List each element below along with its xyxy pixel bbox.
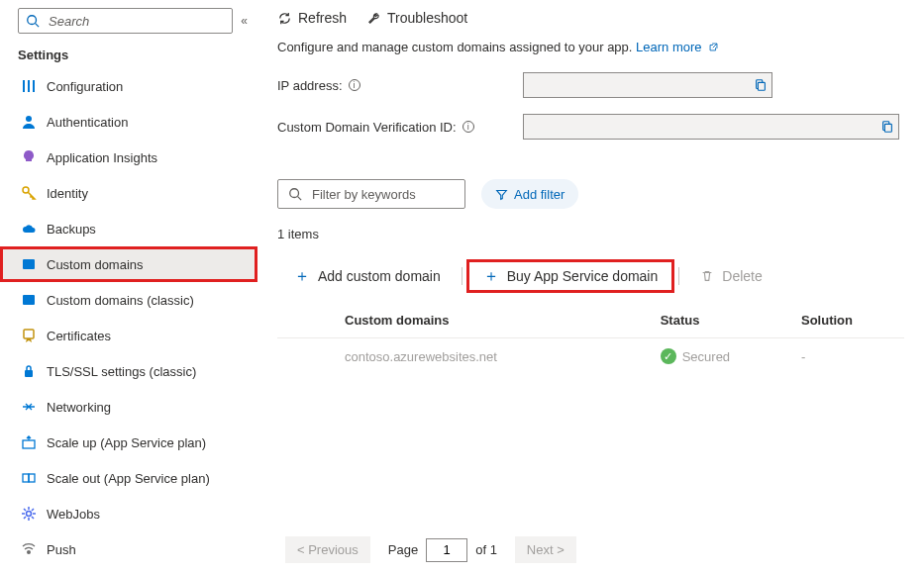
sidebar-item-configuration[interactable]: Configuration bbox=[0, 68, 257, 104]
learn-more-label: Learn more bbox=[636, 40, 701, 54]
sidebar-item-label: Backups bbox=[47, 222, 96, 237]
sidebar-item-label: Push bbox=[47, 542, 76, 557]
domain-icon bbox=[21, 292, 37, 308]
col-solution[interactable]: Solution bbox=[793, 303, 904, 338]
sliders-icon bbox=[21, 78, 37, 94]
sidebar-item-label: WebJobs bbox=[47, 507, 100, 522]
sidebar-search[interactable] bbox=[18, 8, 233, 34]
add-custom-domain-label: Add custom domain bbox=[318, 268, 441, 284]
cert-icon bbox=[21, 328, 37, 343]
ip-address-field bbox=[523, 72, 772, 98]
col-domain[interactable]: Custom domains bbox=[277, 303, 653, 338]
ip-address-label: IP address: i bbox=[277, 78, 523, 93]
funnel-icon bbox=[495, 188, 508, 201]
sidebar-item-label: Networking bbox=[47, 400, 111, 415]
search-icon bbox=[288, 187, 302, 201]
sidebar-item-label: Scale up (App Service plan) bbox=[47, 435, 206, 450]
sidebar-item-label: Custom domains bbox=[47, 257, 144, 272]
page-of-label: of 1 bbox=[475, 542, 497, 557]
sidebar-item-tls-ssl-settings-classic[interactable]: TLS/SSL settings (classic) bbox=[0, 353, 257, 389]
lock-icon bbox=[21, 363, 37, 379]
domain-toolbar: ＋ Add custom domain ＋ Buy App Service do… bbox=[277, 259, 904, 293]
search-icon bbox=[25, 13, 41, 29]
sidebar-item-application-insights[interactable]: Application Insights bbox=[0, 140, 257, 175]
info-icon[interactable]: i bbox=[462, 121, 474, 133]
trash-icon bbox=[700, 269, 714, 283]
learn-more-link[interactable]: Learn more bbox=[636, 40, 719, 54]
main-pane: Refresh Troubleshoot Configure and manag… bbox=[257, 0, 924, 573]
toolbar-separator bbox=[462, 267, 462, 285]
net-icon bbox=[21, 399, 37, 415]
keyword-filter[interactable] bbox=[277, 179, 465, 209]
page-input[interactable] bbox=[426, 538, 467, 562]
plus-icon: ＋ bbox=[294, 268, 310, 284]
command-bar: Refresh Troubleshoot bbox=[277, 10, 904, 26]
sidebar-item-backups[interactable]: Backups bbox=[0, 211, 257, 246]
sidebar-item-custom-domains-classic[interactable]: Custom domains (classic) bbox=[0, 282, 257, 318]
wrench-icon bbox=[366, 11, 381, 26]
key-icon bbox=[21, 185, 37, 201]
scaleup-icon bbox=[21, 434, 37, 450]
user-icon bbox=[21, 114, 37, 130]
copy-icon[interactable] bbox=[754, 78, 768, 92]
keyword-filter-input[interactable] bbox=[310, 186, 480, 203]
sidebar-item-custom-domains[interactable]: Custom domains bbox=[0, 246, 257, 282]
pager: < Previous Page of 1 Next > bbox=[277, 521, 904, 573]
sidebar-item-label: Authentication bbox=[47, 115, 128, 130]
sidebar-item-label: Custom domains (classic) bbox=[47, 293, 194, 308]
domain-icon bbox=[21, 256, 37, 272]
sidebar-item-label: Scale out (App Service plan) bbox=[47, 471, 210, 486]
push-icon bbox=[21, 541, 37, 557]
refresh-label: Refresh bbox=[298, 10, 347, 26]
verification-id-label: Custom Domain Verification ID: i bbox=[277, 120, 523, 135]
delete-button: Delete bbox=[683, 259, 778, 293]
sidebar-item-webjobs[interactable]: WebJobs bbox=[0, 496, 257, 531]
verification-id-field bbox=[523, 114, 899, 140]
sidebar-collapse-icon[interactable]: « bbox=[241, 14, 248, 28]
info-icon[interactable]: i bbox=[349, 79, 360, 91]
refresh-button[interactable]: Refresh bbox=[277, 10, 347, 26]
sidebar-item-label: Application Insights bbox=[47, 150, 157, 165]
search-input[interactable] bbox=[47, 13, 226, 30]
cell-solution: - bbox=[793, 338, 904, 375]
add-filter-label: Add filter bbox=[514, 187, 565, 202]
page-label: Page bbox=[388, 542, 418, 557]
item-count: 1 items bbox=[277, 227, 904, 241]
troubleshoot-button[interactable]: Troubleshoot bbox=[366, 10, 467, 26]
gear-icon bbox=[21, 506, 37, 522]
bulb-icon bbox=[21, 149, 37, 165]
col-status[interactable]: Status bbox=[653, 303, 793, 338]
next-page-button[interactable]: Next > bbox=[515, 536, 576, 563]
sidebar-item-push[interactable]: Push bbox=[0, 531, 257, 567]
sidebar-item-scale-up-app-service-plan[interactable]: Scale up (App Service plan) bbox=[0, 425, 257, 460]
plus-icon: ＋ bbox=[483, 268, 499, 284]
sidebar-section-header: Settings bbox=[0, 40, 257, 68]
description-text: Configure and manage custom domains assi… bbox=[277, 40, 632, 54]
add-custom-domain-button[interactable]: ＋ Add custom domain bbox=[277, 259, 458, 293]
sidebar-item-mysql-in-app[interactable]: MySQL In App bbox=[0, 567, 257, 573]
add-filter-button[interactable]: Add filter bbox=[481, 179, 578, 209]
refresh-icon bbox=[277, 11, 292, 26]
sidebar-item-label: Identity bbox=[47, 186, 88, 201]
sidebar-item-certificates[interactable]: Certificates bbox=[0, 318, 257, 353]
description: Configure and manage custom domains assi… bbox=[277, 40, 904, 54]
sidebar-item-label: Configuration bbox=[47, 79, 123, 94]
table-row[interactable]: contoso.azurewebsites.net✓Secured- bbox=[277, 338, 904, 375]
copy-icon[interactable] bbox=[880, 120, 894, 134]
buy-domain-label: Buy App Service domain bbox=[507, 268, 659, 284]
prev-page-button[interactable]: < Previous bbox=[285, 536, 370, 563]
cloud-icon bbox=[21, 221, 37, 237]
buy-app-service-domain-button[interactable]: ＋ Buy App Service domain bbox=[466, 259, 675, 293]
sidebar-item-label: Certificates bbox=[47, 329, 111, 343]
scaleout-icon bbox=[21, 470, 37, 486]
sidebar-item-networking[interactable]: Networking bbox=[0, 389, 257, 425]
toolbar-separator bbox=[678, 267, 679, 285]
sidebar-item-authentication[interactable]: Authentication bbox=[0, 104, 257, 140]
sidebar-item-scale-out-app-service-plan[interactable]: Scale out (App Service plan) bbox=[0, 460, 257, 496]
sidebar-item-identity[interactable]: Identity bbox=[0, 175, 257, 211]
sidebar: « Settings ConfigurationAuthenticationAp… bbox=[0, 0, 257, 573]
sidebar-item-label: TLS/SSL settings (classic) bbox=[47, 364, 196, 379]
delete-label: Delete bbox=[722, 268, 762, 284]
domains-table: Custom domains Status Solution contoso.a… bbox=[277, 303, 904, 374]
troubleshoot-label: Troubleshoot bbox=[387, 10, 467, 26]
